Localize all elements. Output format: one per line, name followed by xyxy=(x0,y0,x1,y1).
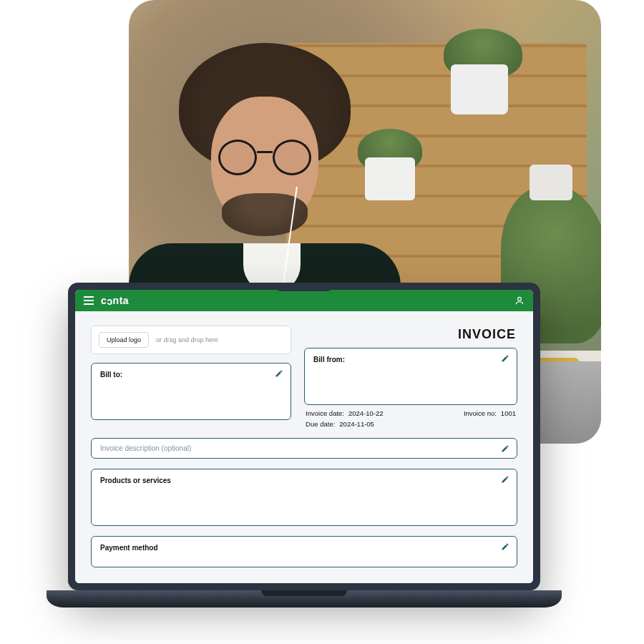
laptop-notch xyxy=(275,283,333,291)
laptop-base xyxy=(47,590,562,608)
invoice-description-card[interactable]: Invoice description (optional) xyxy=(91,438,517,459)
bill-from-label: Bill from: xyxy=(313,356,345,364)
invoice-title: INVOICE xyxy=(304,326,517,348)
upload-logo-button[interactable]: Upload logo xyxy=(99,332,149,348)
invoice-date-value: 2024-10-22 xyxy=(348,409,384,417)
products-label: Products or services xyxy=(100,477,171,484)
products-card[interactable]: Products or services xyxy=(91,469,517,526)
brand-logo[interactable]: ccnta xyxy=(101,295,129,306)
edit-icon[interactable] xyxy=(501,354,509,363)
bill-to-label: Bill to: xyxy=(100,371,122,379)
user-icon[interactable] xyxy=(514,296,525,306)
logo-upload-box[interactable]: Upload logo or drag and drop here xyxy=(91,326,291,354)
invoice-meta: Invoice date: 2024-10-22 Due date: 2024-… xyxy=(304,405,517,428)
edit-icon[interactable] xyxy=(275,369,283,378)
laptop-screen-frame: ccnta Upload logo or drag and drop here xyxy=(68,283,540,590)
upload-hint-text: or drag and drop here xyxy=(156,336,218,343)
app-screen: ccnta Upload logo or drag and drop here xyxy=(75,290,533,583)
menu-icon[interactable] xyxy=(84,296,94,305)
edit-icon[interactable] xyxy=(501,542,509,551)
edit-icon[interactable] xyxy=(501,475,509,484)
invoice-editor: Upload logo or drag and drop here Bill t… xyxy=(75,311,533,583)
due-date-value: 2024-11-05 xyxy=(339,420,374,428)
svg-point-0 xyxy=(518,297,522,301)
brand-text-2: nta xyxy=(113,295,130,306)
bill-from-card[interactable]: Bill from: xyxy=(304,348,517,405)
due-date-label: Due date: xyxy=(306,420,335,428)
invoice-no-label: Invoice no: xyxy=(464,409,497,417)
brand-accent-icon: c xyxy=(107,296,112,307)
brand-text-1: c xyxy=(101,295,107,306)
app-header: ccnta xyxy=(75,290,533,311)
payment-label: Payment method xyxy=(100,544,158,552)
bill-to-card[interactable]: Bill to: xyxy=(91,363,291,420)
invoice-no-value: 1001 xyxy=(501,409,516,417)
invoice-description-placeholder: Invoice description (optional) xyxy=(100,444,191,452)
edit-icon[interactable] xyxy=(501,444,509,453)
invoice-date-label: Invoice date: xyxy=(306,409,344,417)
payment-method-card[interactable]: Payment method xyxy=(91,536,517,567)
laptop-mockup: ccnta Upload logo or drag and drop here xyxy=(68,283,540,608)
